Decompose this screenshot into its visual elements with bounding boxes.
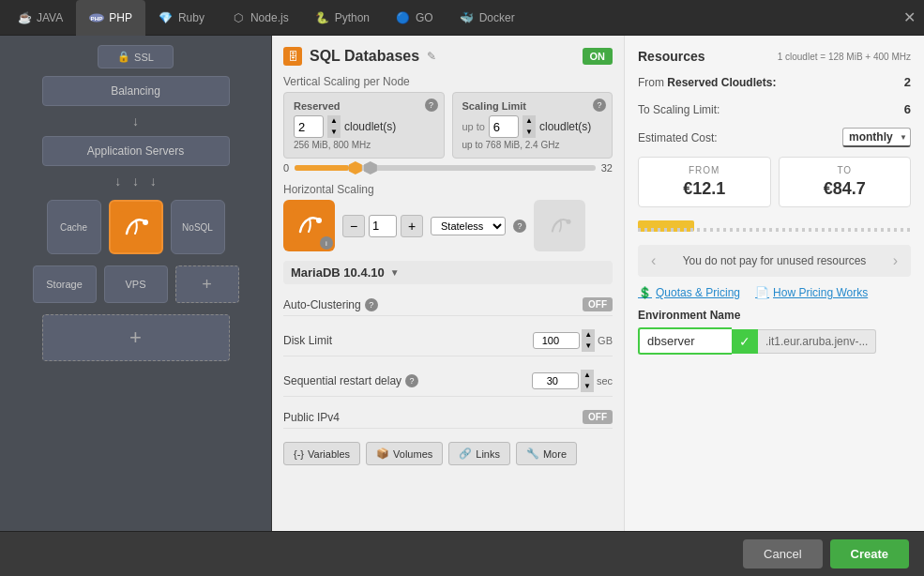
- reserved-up-btn[interactable]: ▲: [327, 115, 341, 127]
- cost-period-select[interactable]: monthly: [842, 128, 911, 147]
- env-name-section: Environment Name ✓ .it1.eur.aruba.jenv-.…: [638, 309, 911, 355]
- slider-fill: [295, 165, 349, 171]
- quotas-pricing-link[interactable]: 💲 Quotas & Pricing: [638, 286, 740, 299]
- ruby-icon: 💎: [159, 10, 174, 25]
- main-content: 🔒 SSL Balancing ↓ Application Servers ↓ …: [0, 36, 924, 531]
- cloudlet-label: cloudlet(s): [344, 120, 396, 133]
- tab-java[interactable]: ☕ JAVA: [4, 0, 76, 36]
- mariadb-icon: [119, 211, 152, 244]
- reserved-help-icon[interactable]: ?: [425, 99, 438, 112]
- h-scaling-label: Horizontal Scaling: [283, 183, 613, 196]
- seq-help-icon[interactable]: ?: [405, 374, 418, 387]
- app-servers-button[interactable]: Application Servers: [42, 136, 230, 166]
- svg-text:PHP: PHP: [91, 14, 103, 21]
- scaling-limit-down-btn[interactable]: ▼: [523, 127, 536, 138]
- tab-ruby[interactable]: 💎 Ruby: [145, 0, 218, 36]
- scaling-help-icon[interactable]: ?: [593, 99, 606, 112]
- disk-stepper[interactable]: ▲ ▼: [582, 329, 595, 352]
- reserved-stepper[interactable]: ▲ ▼: [327, 115, 341, 138]
- tab-nodejs[interactable]: ⬡ Node.js: [218, 0, 302, 36]
- mariadb-icon-box[interactable]: [109, 200, 163, 254]
- disk-limit-row: Disk Limit ▲ ▼ GB: [283, 326, 613, 356]
- how-pricing-link[interactable]: 📄 How Pricing Works: [755, 286, 868, 299]
- scaling-limit-label: Scaling Limit: [462, 100, 603, 112]
- bottom-buttons: {-} Variables 📦 Volumes 🔗 Links 🔧 More: [283, 442, 613, 465]
- tab-go[interactable]: 🔵 GO: [383, 0, 447, 36]
- php-icon: PHP: [89, 10, 104, 25]
- seq-down-btn[interactable]: ▼: [581, 381, 594, 392]
- links-button[interactable]: 🔗 Links: [448, 442, 510, 465]
- scaling-limit-up-btn[interactable]: ▲: [523, 115, 536, 127]
- from-price-label: FROM: [646, 165, 763, 175]
- scaling-limit-stepper[interactable]: ▲ ▼: [523, 115, 536, 138]
- env-suffix: .it1.eur.aruba.jenv-...: [758, 329, 876, 354]
- svg-rect-4: [293, 209, 326, 242]
- nodejs-icon: ⬡: [231, 10, 246, 25]
- cache-icon-box[interactable]: Cache: [47, 200, 101, 254]
- arrow-down-icon: ↓: [132, 114, 139, 129]
- disk-down-btn[interactable]: ▼: [582, 341, 595, 352]
- h-count-input[interactable]: [369, 215, 397, 237]
- balancing-button[interactable]: Balancing: [42, 76, 230, 106]
- add-large-button[interactable]: +: [42, 314, 230, 361]
- seq-input[interactable]: [532, 372, 579, 389]
- stateless-select[interactable]: Stateless: [431, 217, 506, 235]
- scaling-limit-input[interactable]: [489, 115, 519, 138]
- auto-clustering-toggle[interactable]: OFF: [583, 297, 613, 311]
- disk-up-btn[interactable]: ▲: [582, 329, 595, 341]
- auto-clustering-help[interactable]: ?: [365, 298, 378, 311]
- seq-stepper-wrap: ▲ ▼: [532, 370, 594, 392]
- reserved-down-btn[interactable]: ▼: [327, 127, 341, 138]
- add-service-button[interactable]: +: [175, 265, 239, 303]
- close-button[interactable]: ✕: [898, 7, 920, 29]
- right-panel: Resources 1 cloudlet = 128 MiB + 400 MHz…: [624, 36, 924, 531]
- ssl-button[interactable]: 🔒 SSL: [98, 45, 174, 68]
- next-arrow[interactable]: ›: [893, 252, 898, 269]
- seq-up-btn[interactable]: ▲: [581, 370, 594, 381]
- public-ipv4-toggle[interactable]: OFF: [583, 410, 613, 424]
- unused-info: ‹ You do not pay for unused resources ›: [638, 245, 911, 277]
- middle-panel: 🗄 SQL Databases ✎ ON Vertical Scaling pe…: [272, 36, 624, 531]
- from-price-box: FROM €12.1: [638, 157, 771, 207]
- svg-point-5: [316, 218, 322, 223]
- toggle-on[interactable]: ON: [583, 48, 613, 65]
- variables-button[interactable]: {-} Variables: [283, 442, 360, 465]
- server-info-badge[interactable]: i: [320, 236, 333, 250]
- reserved-cloudlets-input[interactable]: [294, 115, 324, 138]
- slider-track[interactable]: [295, 165, 596, 171]
- stateless-help-icon[interactable]: ?: [513, 220, 526, 233]
- wrench-icon: 🔧: [526, 447, 539, 460]
- create-button[interactable]: Create: [830, 539, 909, 568]
- db-title: SQL Databases: [310, 48, 419, 65]
- env-name-label: Environment Name: [638, 309, 911, 322]
- env-name-input[interactable]: [638, 327, 732, 355]
- cost-period-wrap[interactable]: monthly: [842, 128, 911, 147]
- disk-stepper-wrap: ▲ ▼: [533, 329, 595, 352]
- h-increase-btn[interactable]: +: [401, 215, 423, 237]
- volumes-button[interactable]: 📦 Volumes: [366, 442, 443, 465]
- vps-button[interactable]: VPS: [104, 265, 168, 303]
- seq-stepper[interactable]: ▲ ▼: [581, 370, 594, 392]
- server-svg: [293, 209, 326, 242]
- auto-clustering-label: Auto-Clustering ?: [283, 298, 583, 311]
- left-panel: 🔒 SSL Balancing ↓ Application Servers ↓ …: [0, 36, 272, 531]
- edit-icon[interactable]: ✎: [427, 50, 436, 63]
- cancel-button[interactable]: Cancel: [743, 539, 822, 568]
- seq-restart-row: Sequential restart delay ? ▲ ▼ sec: [283, 366, 613, 397]
- h-decrease-btn[interactable]: −: [342, 215, 365, 237]
- slider-min-val: 0: [283, 162, 289, 174]
- env-check-button[interactable]: ✓: [732, 329, 758, 354]
- tab-python[interactable]: 🐍 Python: [302, 0, 383, 36]
- seq-restart-label: Sequential restart delay ?: [283, 374, 532, 387]
- nosql-icon-box[interactable]: NoSQL: [171, 200, 225, 254]
- scaling-limit-res-val: 6: [904, 102, 911, 116]
- disk-input[interactable]: [533, 332, 580, 349]
- resources-title: Resources: [638, 49, 705, 64]
- tab-docker[interactable]: 🐳 Docker: [447, 0, 528, 36]
- scaling-slider[interactable]: 0 32: [283, 162, 613, 174]
- storage-button[interactable]: Storage: [33, 265, 97, 303]
- more-button[interactable]: 🔧 More: [516, 442, 577, 465]
- db-version-row[interactable]: MariaDB 10.4.10 ▼: [283, 261, 613, 284]
- price-boxes: FROM €12.1 TO €84.7: [638, 157, 911, 207]
- tab-php[interactable]: PHP PHP: [76, 0, 145, 36]
